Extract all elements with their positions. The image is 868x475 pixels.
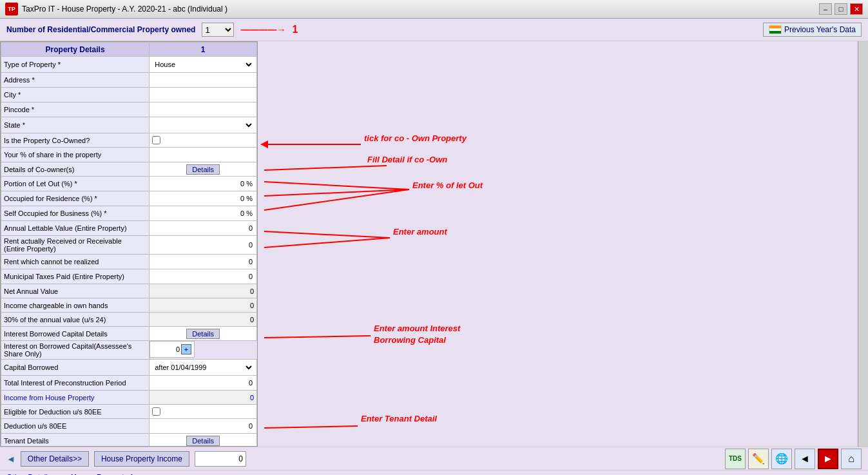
row-label-80ee-eligible: Eligible for Deduction u/s 80EE [1,405,149,419]
row-value-municipal[interactable] [149,269,257,284]
table-row: Net Annual Value 0 [1,284,257,298]
row-value-30pct: 0 [149,313,257,327]
row-value-80ee[interactable] [149,419,257,434]
home-button[interactable]: ⌂ [841,449,862,469]
address-input[interactable] [152,74,254,86]
state-select[interactable] [152,119,254,131]
row-value-letout[interactable] [149,177,257,191]
svg-text:Enter Tenant Detail: Enter Tenant Detail [361,414,437,423]
close-button[interactable]: ✕ [850,3,863,15]
row-value-unrealized[interactable] [149,255,257,269]
table-row: Pincode * [1,102,257,117]
row-value-pincode[interactable] [149,102,257,117]
flag-icon [769,25,782,34]
row-label-income-hp: Income from House Property [1,391,149,405]
col2-header: 1 [149,43,257,57]
row-label-letout: Portion of Let Out (%) * [1,177,149,191]
forward-button[interactable]: ► [818,449,838,469]
80ee-checkbox[interactable] [152,407,160,416]
business-input[interactable] [152,208,254,219]
row-value-rent[interactable] [149,236,257,255]
row-value-share[interactable] [149,148,257,162]
coowner-details-button[interactable]: Details [186,164,220,175]
edit-button[interactable]: ✏️ [748,449,769,469]
municipal-input[interactable] [152,271,254,282]
row-label-share: Your % of share in the property [1,148,149,162]
row-value-alv[interactable] [149,221,257,236]
row-label-unrealized: Rent which cannot be realized [1,255,149,269]
row-label-income-own: Income chargeable in own hands [1,298,149,313]
letout-input[interactable] [152,178,254,189]
row-label-interest-bc: Interest on Borrowed Capital(Assessee's … [1,341,149,360]
type-select[interactable]: HouseCommercial [152,58,254,71]
table-row: Self Occupied for Business (%) * [1,206,257,221]
table-row: State * [1,117,257,133]
property-count-select[interactable]: 123 [202,23,234,37]
row-label-preconstruction: Total Interest of Preconstruction Period [1,376,149,391]
svg-line-10 [264,238,390,247]
preconstruction-input[interactable] [152,377,254,389]
table-row: Annual Lettable Value (Entire Property) [1,221,257,236]
table-row: Rent which cannot be realized [1,255,257,269]
row-value-type[interactable]: HouseCommercial [149,57,257,73]
share-input[interactable] [152,149,254,160]
row-value-preconstruction[interactable] [149,376,257,391]
row-value-coowner[interactable]: Details [149,162,257,177]
bottom-value-input[interactable] [195,451,246,467]
table-row: Tenant Details Details [1,434,257,447]
coowned-checkbox[interactable] [152,136,160,144]
form-panel: Property Details 1 Type of Property * Ho… [0,41,258,447]
row-value-business[interactable] [149,206,257,221]
row-value-coowned[interactable] [149,133,257,148]
alv-input[interactable] [152,222,254,234]
table-row: 30% of the annual value (u/s 24) 0 [1,313,257,327]
capital-borrowed-select[interactable]: after 01/04/1999before 01/04/1999 [152,361,254,374]
row-value-income-hp: 0 [149,391,257,405]
top-bar: Number of Residential/Commercial Propert… [0,19,868,41]
row-value-interest-bc[interactable]: + [149,341,195,358]
svg-line-13 [264,336,371,338]
minimize-button[interactable]: – [819,3,832,15]
nav-back-arrow[interactable]: ◄ [6,454,15,464]
interest-details-button[interactable]: Details [186,329,220,339]
row-value-address[interactable] [149,73,257,88]
row-value-city[interactable] [149,88,257,102]
tenant-details-button[interactable]: Details [186,436,220,446]
window-controls[interactable]: – □ ✕ [819,3,863,15]
pincode-input[interactable] [152,104,254,115]
rent-input[interactable] [152,239,254,251]
maximize-button[interactable]: □ [834,3,847,15]
prev-year-button[interactable]: Previous Year's Data [763,23,862,37]
unrealized-input[interactable] [152,256,254,267]
row-value-capital-borrowed[interactable]: after 01/04/1999before 01/04/1999 [149,360,257,376]
scrollbar[interactable] [858,41,868,447]
row-label-capital-borrowed: Capital Borrowed [1,360,149,376]
back-button[interactable]: ◄ [795,449,815,469]
other-details-button[interactable]: Other Details>> [21,451,89,467]
col1-header: Property Details [1,43,149,57]
row-label-municipal: Municipal Taxes Paid (Entire Property) [1,269,149,284]
city-input[interactable] [152,89,254,101]
table-row: Interest on Borrowed Capital(Assessee's … [1,341,257,360]
row-value-residence[interactable] [149,191,257,206]
row-value-interest-details[interactable]: Details [149,327,257,341]
row-value-state[interactable] [149,117,257,133]
property-count-label: Number of Residential/Commercial Propert… [6,25,195,34]
row-label-rent: Rent actually Received or Receivable(Ent… [1,236,149,255]
residence-input[interactable] [152,193,254,204]
row-label-state: State * [1,117,149,133]
row-label-30pct: 30% of the annual value (u/s 24) [1,313,149,327]
interest-bc-input[interactable] [153,343,181,356]
row-label-business: Self Occupied for Business (%) * [1,206,149,221]
interest-plus-button[interactable]: + [181,344,191,354]
house-property-income-button[interactable]: House Property Income [94,451,189,467]
svg-text:Borrowing Capital: Borrowing Capital [374,335,446,345]
bottom-right-icons: TDS ✏️ 🌐 ◄ ► ⌂ [725,449,862,469]
tds-button[interactable]: TDS [725,449,746,469]
80ee-input[interactable] [152,420,254,432]
globe-button[interactable]: 🌐 [771,449,792,469]
row-value-80ee-eligible[interactable] [149,405,257,419]
row-label-tenant: Tenant Details [1,434,149,447]
row-value-tenant[interactable]: Details [149,434,257,447]
svg-line-2 [264,166,387,170]
